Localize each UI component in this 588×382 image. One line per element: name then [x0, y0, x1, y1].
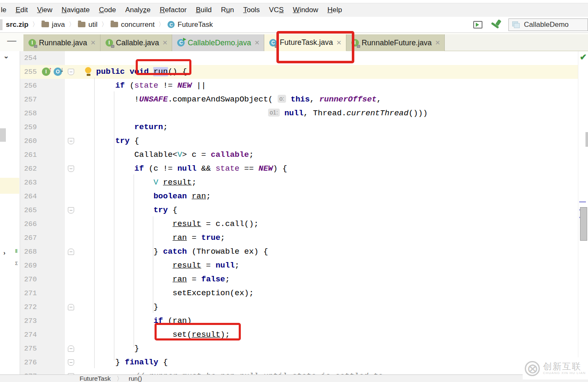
- outer-scrollbar-fragment: [585, 132, 588, 147]
- code-editor[interactable]: ⌄ › ‖ Σ 254255–I↑O↓256257258259260–26126…: [0, 51, 588, 374]
- code-line-263[interactable]: V result;: [77, 176, 196, 190]
- chevron-right-icon[interactable]: ›: [3, 249, 5, 256]
- close-icon[interactable]: ✕: [435, 39, 441, 47]
- run-configuration-selector[interactable]: CallableDemo: [508, 18, 588, 31]
- code-line-268[interactable]: } catch (Throwable ex) {: [77, 245, 268, 259]
- chevron-down-icon[interactable]: ⌄: [3, 52, 9, 60]
- tab-futuretask-java[interactable]: CFutureTask.java✕: [264, 34, 346, 51]
- code-line-272[interactable]: }: [77, 300, 158, 314]
- fold-marker[interactable]: –: [68, 69, 74, 75]
- fold-marker[interactable]: –: [68, 207, 74, 213]
- code-line-258[interactable]: o1: null, Thread.currentThread())): [77, 107, 428, 120]
- tab-runnablefuture-java[interactable]: IRunnableFuture.java✕: [346, 34, 445, 51]
- menu-item-vcs[interactable]: VCS: [264, 6, 288, 14]
- tab-callabledemo-java[interactable]: CCallableDemo.java✕: [172, 34, 264, 51]
- scrollbar-thumb[interactable]: [580, 207, 587, 241]
- menu-item-le[interactable]: le: [0, 6, 11, 14]
- code-token: V: [153, 178, 158, 187]
- code-line-265[interactable]: try {: [77, 203, 177, 217]
- code-line-256[interactable]: if (state != NEW ||: [77, 79, 206, 93]
- run-window-icon[interactable]: [473, 21, 482, 29]
- code-line-264[interactable]: boolean ran;: [77, 190, 211, 203]
- breadcrumb-item-srczip[interactable]: src.zip: [5, 21, 29, 29]
- code-line-269[interactable]: result = null;: [77, 259, 240, 273]
- fold-marker[interactable]: –: [68, 166, 74, 172]
- menu-item-build[interactable]: Build: [191, 6, 217, 14]
- close-icon[interactable]: ✕: [336, 39, 342, 47]
- code-lines[interactable]: public void run() { if (state != NEW || …: [77, 51, 578, 374]
- code-line-277[interactable]: // runner must be non-null until state i…: [77, 369, 383, 374]
- line-number: 272: [20, 300, 39, 314]
- usage-marker[interactable]: [579, 201, 586, 203]
- menu-item-view[interactable]: View: [33, 6, 57, 14]
- fold-marker[interactable]: –: [68, 249, 74, 255]
- fold-marker[interactable]: –: [68, 346, 74, 352]
- code-token: ran: [173, 316, 187, 325]
- code-token: state: [134, 81, 158, 90]
- error-stripe[interactable]: ✔: [578, 51, 588, 374]
- menu-item-window[interactable]: Window: [288, 6, 322, 14]
- code-line-267[interactable]: ran = true;: [77, 231, 225, 245]
- tab-label: CallableDemo.java: [188, 39, 251, 47]
- overridden-method-icon[interactable]: O↓: [54, 68, 62, 76]
- breadcrumb-item-futuretask[interactable]: CFutureTask: [168, 21, 214, 29]
- code-token: [77, 109, 268, 118]
- fold-marker[interactable]: –: [68, 304, 74, 310]
- menu-item-run[interactable]: Run: [216, 6, 238, 14]
- tab-callable-java[interactable]: ICallable.java✕: [101, 34, 173, 51]
- breadcrumb-label: util: [88, 21, 98, 29]
- menu-item-analyze[interactable]: Analyze: [121, 6, 155, 14]
- code-line-270[interactable]: ran = false;: [77, 273, 230, 286]
- close-icon[interactable]: ✕: [90, 39, 96, 47]
- breadcrumb-method[interactable]: run(): [129, 375, 142, 382]
- build-hammer-icon[interactable]: [490, 19, 501, 30]
- breadcrumb-item-java[interactable]: java: [41, 21, 66, 29]
- line-number: 261: [20, 148, 39, 162]
- fold-marker[interactable]: –: [68, 359, 74, 366]
- code-line-266[interactable]: result = c.call();: [77, 217, 258, 231]
- breadcrumb-label: FutureTask: [177, 21, 214, 29]
- breadcrumb-class[interactable]: FutureTask: [80, 375, 111, 382]
- menu-item-edit[interactable]: Edit: [11, 6, 32, 14]
- line-number: 263: [20, 176, 39, 190]
- code-line-273[interactable]: if (ran): [77, 314, 192, 328]
- parameter-hint-badge: o1:: [268, 109, 279, 117]
- menu-item-help[interactable]: Help: [323, 6, 347, 14]
- code-token: if: [134, 164, 144, 173]
- code-line-260[interactable]: try {: [77, 134, 139, 148]
- menu-item-code[interactable]: Code: [94, 6, 121, 14]
- collapse-minus-icon[interactable]: —: [7, 38, 17, 45]
- code-line-274[interactable]: set(result);: [77, 328, 230, 342]
- menu-item-refactor[interactable]: Refactor: [155, 6, 191, 14]
- breadcrumb-item-concurrent[interactable]: concurrent: [111, 21, 155, 29]
- code-line-259[interactable]: return;: [77, 120, 168, 134]
- breadcrumb-item-util[interactable]: util: [78, 21, 98, 29]
- close-icon[interactable]: ✕: [254, 39, 260, 47]
- line-number: 273: [20, 314, 39, 328]
- code-line-262[interactable]: if (c != null && state == NEW) {: [77, 162, 287, 176]
- code-line-271[interactable]: setException(ex);: [77, 286, 254, 300]
- code-line-255[interactable]: public void run() {: [77, 65, 187, 79]
- toolbar-right: CallableDemo: [473, 18, 588, 31]
- code-token: [125, 67, 129, 76]
- code-token: {: [168, 205, 178, 215]
- tab-runnable-java[interactable]: IRunnable.java✕: [23, 34, 101, 51]
- implements-method-icon[interactable]: I↑: [42, 68, 50, 76]
- code-token: public: [96, 67, 125, 76]
- fold-marker[interactable]: –: [68, 138, 74, 144]
- menu-item-tools[interactable]: Tools: [239, 6, 265, 14]
- line-number: 270: [20, 273, 39, 286]
- close-icon[interactable]: ✕: [162, 39, 168, 47]
- code-line-261[interactable]: Callable<V> c = callable;: [77, 148, 254, 162]
- chevron-separator: 〉: [116, 375, 123, 382]
- code-line-257[interactable]: !UNSAFE.compareAndSwapObject( o: this, r…: [77, 93, 382, 107]
- line-number: 258: [20, 107, 39, 120]
- lock-badge-icon: [34, 45, 37, 48]
- code-line-276[interactable]: } finally {: [77, 356, 168, 369]
- code-token: ;: [163, 122, 168, 132]
- inspection-ok-check-icon[interactable]: ✔: [580, 52, 587, 62]
- watermark-cn-text: 创新互联: [543, 362, 585, 371]
- code-token: , Thread.: [304, 109, 347, 118]
- code-line-275[interactable]: }: [77, 342, 139, 356]
- menu-item-navigate[interactable]: Navigate: [57, 6, 94, 14]
